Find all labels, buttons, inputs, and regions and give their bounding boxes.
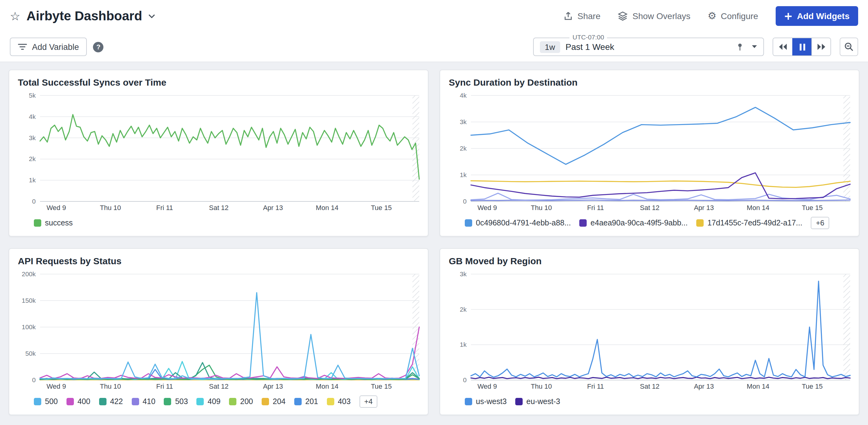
legend-item-409[interactable]: 409 — [197, 397, 221, 405]
title-chevron-down-icon[interactable] — [146, 11, 158, 21]
filter-icon — [18, 43, 27, 51]
rewind-icon — [778, 43, 787, 51]
svg-text:1k: 1k — [460, 341, 467, 348]
chart-plot-gb-moved-by-region[interactable]: 01k2k3kWed 9Thu 10Fri 11Sat 12Apr 13Mon … — [444, 269, 854, 392]
chart-legend: us-west3eu-west-3 — [440, 392, 859, 415]
svg-text:50k: 50k — [25, 350, 36, 357]
legend-item-0c49680d-4791-4ebb-a88...[interactable]: 0c49680d-4791-4ebb-a88... — [465, 218, 571, 227]
share-icon — [563, 11, 573, 21]
svg-text:Wed 9: Wed 9 — [477, 383, 497, 390]
time-forward-button[interactable] — [811, 38, 831, 55]
time-backward-button[interactable] — [773, 38, 792, 55]
legend-swatch — [465, 219, 472, 226]
svg-text:2k: 2k — [460, 306, 467, 313]
chart-canvas[interactable]: 050k100k150k200kWed 9Thu 10Fri 11Sat 12A… — [13, 269, 423, 392]
svg-text:Mon 14: Mon 14 — [316, 383, 338, 390]
legend-swatch — [465, 398, 472, 405]
gear-icon: ⚙ — [708, 11, 717, 21]
legend-swatch — [327, 398, 334, 405]
legend-label: 200 — [240, 397, 253, 405]
legend-item-17d1455c-7ed5-49d2-a17...[interactable]: 17d1455c-7ed5-49d2-a17... — [696, 218, 802, 227]
legend-label: e4aea90a-90ca-49f5-9abb... — [591, 218, 688, 227]
legend-item-410[interactable]: 410 — [131, 397, 155, 405]
legend-label: 400 — [78, 397, 91, 405]
svg-text:1k: 1k — [29, 177, 36, 184]
legend-label: 0c49680d-4791-4ebb-a88... — [476, 218, 571, 227]
svg-text:2k: 2k — [460, 145, 467, 152]
legend-swatch — [294, 398, 302, 405]
show-overlays-label: Show Overlays — [632, 11, 690, 21]
legend-item-422[interactable]: 422 — [99, 397, 123, 405]
show-overlays-button[interactable]: Show Overlays — [618, 11, 690, 21]
svg-text:Tue 15: Tue 15 — [371, 383, 392, 390]
range-picker-icons — [736, 42, 757, 51]
pin-icon[interactable] — [736, 42, 744, 51]
chart-legend: 0c49680d-4791-4ebb-a88...e4aea90a-90ca-4… — [440, 214, 859, 236]
legend-item-us-west3[interactable]: us-west3 — [465, 397, 507, 405]
legend-item-201[interactable]: 201 — [294, 397, 318, 405]
configure-button[interactable]: ⚙ Configure — [708, 11, 758, 21]
svg-text:Thu 10: Thu 10 — [100, 383, 121, 390]
range-preset-badge[interactable]: 1w — [540, 41, 560, 53]
legend-swatch — [131, 398, 139, 405]
add-variable-button[interactable]: Add Variable — [10, 37, 87, 56]
svg-text:0: 0 — [463, 198, 467, 205]
favorite-star-icon[interactable]: ☆ — [10, 10, 20, 22]
legend-label: 422 — [110, 397, 123, 405]
zoom-out-button[interactable] — [840, 37, 858, 56]
legend-item-e4aea90a-90ca-49f5-9abb...[interactable]: e4aea90a-90ca-49f5-9abb... — [580, 218, 688, 227]
legend-swatch — [66, 398, 74, 405]
chart-plot-total-successful-syncs[interactable]: 01k2k3k4k5kWed 9Thu 10Fri 11Sat 12Apr 13… — [13, 90, 423, 214]
help-icon[interactable]: ? — [93, 41, 104, 52]
svg-text:Fri 11: Fri 11 — [587, 204, 604, 212]
time-range-picker[interactable]: UTC-07:00 1w Past 1 Week — [533, 37, 764, 56]
legend-item-403[interactable]: 403 — [327, 397, 350, 405]
svg-text:4k: 4k — [460, 92, 467, 99]
legend-item-success[interactable]: success — [34, 218, 73, 227]
series-line-409 — [40, 362, 419, 380]
add-widgets-button[interactable]: Add Widgets — [775, 6, 858, 26]
legend-item-500[interactable]: 500 — [34, 397, 58, 405]
svg-text:Sat 12: Sat 12 — [209, 204, 229, 212]
series-line-success — [40, 115, 419, 179]
dashboard-app: ☆ Airbyte Dashboard Share Show Overlays … — [0, 0, 868, 425]
series-line-400 — [40, 327, 419, 378]
share-label: Share — [578, 11, 600, 21]
svg-text:3k: 3k — [460, 118, 467, 125]
plus-icon — [784, 12, 792, 20]
chart-canvas[interactable]: 01k2k3kWed 9Thu 10Fri 11Sat 12Apr 13Mon … — [444, 269, 854, 392]
svg-text:Fri 11: Fri 11 — [587, 383, 604, 390]
series-line-e4aea90a-90ca-49f5-9abb... — [471, 173, 850, 199]
legend-item-200[interactable]: 200 — [229, 397, 253, 405]
svg-text:Thu 10: Thu 10 — [531, 204, 552, 212]
series-line-17d1455c-7ed5-49d2-a17... — [471, 181, 850, 187]
legend-item-503[interactable]: 503 — [164, 397, 188, 405]
svg-text:Fri 11: Fri 11 — [156, 383, 173, 390]
svg-text:Sat 12: Sat 12 — [640, 383, 660, 390]
legend-overflow-badge[interactable]: +6 — [811, 216, 829, 229]
chevron-down-icon[interactable] — [752, 45, 757, 49]
chart-canvas[interactable]: 01k2k3k4kWed 9Thu 10Fri 11Sat 12Apr 13Mo… — [444, 90, 854, 214]
widget-title: GB Moved by Region — [440, 249, 859, 267]
svg-text:0: 0 — [463, 376, 467, 384]
time-controls: UTC-07:00 1w Past 1 Week — [533, 37, 858, 56]
legend-item-eu-west-3[interactable]: eu-west-3 — [515, 397, 560, 405]
legend-item-204[interactable]: 204 — [261, 397, 286, 405]
dashboard-toolbar: Add Variable ? UTC-07:00 1w Past 1 Week — [0, 32, 868, 62]
svg-text:Apr 13: Apr 13 — [263, 204, 283, 212]
widget-grid: Total Successful Syncs over Time 01k2k3k… — [0, 62, 868, 415]
chart-canvas[interactable]: 01k2k3k4k5kWed 9Thu 10Fri 11Sat 12Apr 13… — [13, 90, 423, 214]
svg-text:3k: 3k — [460, 270, 467, 277]
fast-forward-icon — [816, 43, 826, 51]
svg-text:Mon 14: Mon 14 — [747, 383, 769, 390]
share-button[interactable]: Share — [563, 11, 600, 21]
chart-plot-sync-duration-by-destination[interactable]: 01k2k3k4kWed 9Thu 10Fri 11Sat 12Apr 13Mo… — [444, 90, 854, 214]
series-line-us-west3 — [471, 281, 850, 377]
chart-plot-api-requests-by-status[interactable]: 050k100k150k200kWed 9Thu 10Fri 11Sat 12A… — [13, 269, 423, 392]
svg-text:Fri 11: Fri 11 — [156, 204, 173, 212]
chart-legend: 500400422410503409200204201403+4 — [9, 392, 428, 415]
legend-item-400[interactable]: 400 — [66, 397, 91, 405]
svg-text:Tue 15: Tue 15 — [802, 204, 823, 212]
legend-overflow-badge[interactable]: +4 — [359, 395, 377, 407]
pause-button[interactable] — [792, 38, 811, 55]
